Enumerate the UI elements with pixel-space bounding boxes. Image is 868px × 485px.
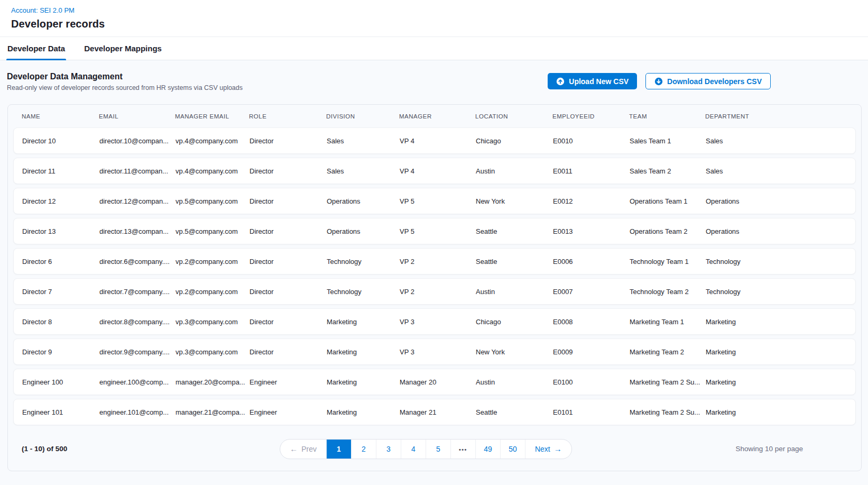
table-row: Director 10director.10@compan...vp.4@com…	[13, 127, 856, 154]
table-cell: Austin	[476, 288, 553, 296]
per-page-label: Showing 10 per page	[735, 445, 803, 453]
column-header-name: NAME	[22, 113, 99, 120]
table-cell: VP 2	[400, 288, 476, 296]
next-page-label: Next	[535, 445, 550, 453]
table-cell: Technology Team 1	[630, 258, 706, 266]
table-cell: Director	[250, 258, 327, 266]
table-cell: VP 5	[400, 227, 476, 235]
table-cell: Director 11	[22, 167, 99, 175]
table-cell: VP 4	[400, 137, 476, 145]
table-cell: director.8@company....	[99, 318, 176, 326]
page-button-5[interactable]: 5	[426, 440, 450, 459]
table-cell: Sales	[327, 137, 400, 145]
page-button-2[interactable]: 2	[351, 440, 376, 459]
table-cell: Marketing	[706, 408, 847, 416]
table-cell: Seattle	[476, 258, 553, 266]
table-cell: Austin	[476, 378, 553, 386]
table-cell: Technology Team 2	[630, 288, 706, 296]
table-cell: Marketing	[706, 348, 847, 356]
section-subtitle: Read-only view of developer records sour…	[7, 84, 243, 91]
table-cell: Director 6	[22, 258, 99, 266]
developer-table: NAMEEMAILMANAGER EMAILROLEDIVISIONMANAGE…	[7, 104, 862, 471]
table-row: Director 11director.11@compan...vp.4@com…	[13, 158, 856, 184]
download-csv-button-label: Download Developers CSV	[667, 77, 762, 86]
table-row: Director 9director.9@company....vp.3@com…	[13, 338, 856, 365]
upload-csv-button-label: Upload New CSV	[569, 77, 629, 86]
table-cell: Chicago	[476, 137, 553, 145]
developer-data-panel: Developer Data Management Read-only view…	[0, 60, 868, 485]
column-header-division: DIVISION	[326, 113, 399, 120]
table-cell: Director	[250, 348, 327, 356]
download-csv-button[interactable]: Download Developers CSV	[645, 73, 771, 89]
table-footer: (1 - 10) of 500 ← Prev 12345•••4950 Next…	[13, 429, 856, 471]
page-title: Developer records	[11, 18, 857, 30]
table-cell: Technology	[327, 288, 400, 296]
table-cell: Sales Team 1	[630, 137, 706, 145]
arrow-right-icon: →	[554, 445, 562, 453]
table-cell: Technology	[327, 258, 400, 266]
pagination: ← Prev 12345•••4950 Next →	[280, 439, 572, 459]
range-label: (1 - 10) of 500	[22, 445, 67, 453]
table-cell: Marketing	[327, 408, 400, 416]
column-header-role: ROLE	[249, 113, 326, 120]
table-cell: E0013	[553, 227, 630, 235]
page-button-4[interactable]: 4	[401, 440, 426, 459]
table-row: Director 13director.13@compan...vp.5@com…	[13, 218, 856, 244]
table-cell: VP 2	[400, 258, 476, 266]
column-header-location: LOCATION	[475, 113, 552, 120]
table-cell: Operations	[706, 227, 847, 235]
column-header-email: EMAIL	[99, 113, 175, 120]
page-button-50[interactable]: 50	[500, 440, 525, 459]
download-icon	[654, 77, 663, 86]
table-cell: Director 7	[22, 288, 99, 296]
tab-developer-mappings[interactable]: Developer Mappings	[83, 37, 163, 60]
table-cell: Technology	[706, 258, 847, 266]
table-cell: vp.5@company.com	[176, 227, 250, 235]
arrow-left-icon: ←	[290, 445, 298, 453]
upload-csv-button[interactable]: Upload New CSV	[548, 73, 637, 89]
section-header-text: Developer Data Management Read-only view…	[7, 72, 243, 91]
table-cell: New York	[476, 348, 553, 356]
table-cell: Seattle	[476, 408, 553, 416]
table-cell: vp.2@company.com	[176, 288, 250, 296]
page-header: Account: SEI 2.0 PM Developer records	[0, 0, 868, 37]
table-cell: E0011	[553, 167, 630, 175]
table-cell: Director	[250, 167, 327, 175]
table-row: Director 6director.6@company....vp.2@com…	[13, 248, 856, 274]
table-cell: manager.21@compa...	[176, 408, 250, 416]
table-cell: Director	[250, 227, 327, 235]
table-cell: Sales	[706, 167, 847, 175]
section-title: Developer Data Management	[7, 72, 243, 81]
table-cell: Seattle	[476, 227, 553, 235]
table-cell: Marketing Team 1	[630, 318, 706, 326]
table-cell: Director 10	[22, 137, 99, 145]
table-cell: vp.4@company.com	[176, 167, 250, 175]
column-header-manager: MANAGER	[399, 113, 475, 120]
account-breadcrumb-link[interactable]: Account: SEI 2.0 PM	[11, 6, 75, 14]
table-cell: E0010	[553, 137, 630, 145]
table-cell: Sales	[327, 167, 400, 175]
table-cell: Marketing	[706, 318, 847, 326]
page-button-3[interactable]: 3	[376, 440, 401, 459]
page-button-1[interactable]: 1	[326, 440, 351, 459]
table-cell: vp.3@company.com	[176, 348, 250, 356]
page-button-49[interactable]: 49	[475, 440, 500, 459]
table-cell: engineer.101@comp...	[99, 408, 176, 416]
tab-developer-data[interactable]: Developer Data	[6, 37, 66, 60]
upload-icon	[556, 77, 565, 86]
table-cell: director.13@compan...	[99, 227, 176, 235]
table-cell: VP 3	[400, 318, 476, 326]
next-page-button[interactable]: Next →	[525, 440, 571, 459]
table-cell: director.10@compan...	[99, 137, 176, 145]
table-cell: Marketing	[327, 348, 400, 356]
table-cell: Manager 20	[400, 378, 476, 386]
table-cell: Chicago	[476, 318, 553, 326]
table-cell: Operations	[706, 197, 847, 205]
table-row: Engineer 101engineer.101@comp...manager.…	[13, 399, 856, 425]
table-row: Director 7director.7@company....vp.2@com…	[13, 278, 856, 305]
prev-page-button[interactable]: ← Prev	[280, 440, 326, 459]
table-cell: Director	[250, 137, 327, 145]
table-header-row: NAMEEMAILMANAGER EMAILROLEDIVISIONMANAGE…	[13, 105, 856, 127]
column-header-team: TEAM	[629, 113, 705, 120]
table-cell: vp.5@company.com	[176, 197, 250, 205]
